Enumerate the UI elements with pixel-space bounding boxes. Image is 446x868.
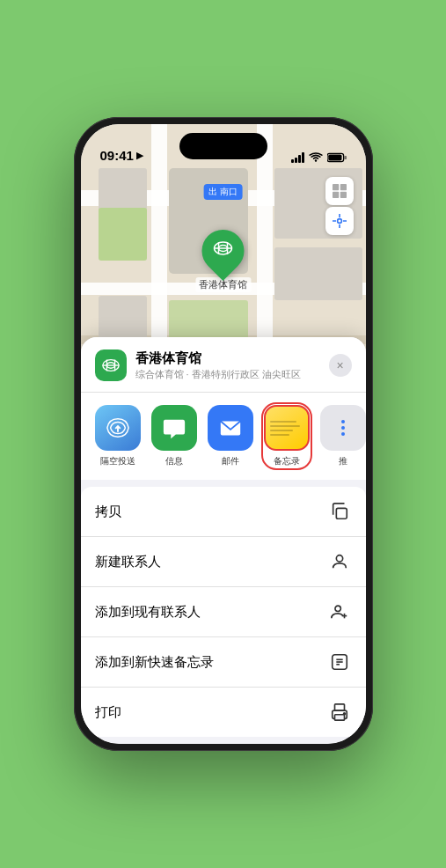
notes-lines-decoration	[266, 407, 308, 449]
share-row: 隔空投送 信息	[81, 393, 366, 480]
bottom-sheet: 香港体育馆 综合体育馆 · 香港特别行政区 油尖旺区 ×	[81, 337, 366, 744]
new-contact-icon	[327, 549, 352, 574]
location-active-icon: ▶	[136, 150, 143, 161]
svg-rect-36	[334, 715, 344, 720]
svg-rect-25	[336, 508, 347, 519]
svg-point-26	[336, 555, 342, 562]
location-description: 综合体育馆 · 香港特别行政区 油尖旺区	[135, 368, 320, 381]
battery-icon	[327, 152, 347, 163]
stadium-marker: 香港体育馆	[195, 230, 251, 292]
share-item-airdrop[interactable]: 隔空投送	[95, 405, 141, 467]
marker-pin	[194, 221, 253, 281]
wifi-icon	[309, 152, 323, 163]
more-icon	[320, 405, 366, 451]
svg-rect-12	[340, 192, 346, 198]
share-item-messages[interactable]: 信息	[151, 405, 197, 467]
notes-label: 备忘录	[274, 455, 300, 467]
svg-rect-9	[333, 184, 339, 190]
airdrop-label: 隔空投送	[100, 455, 135, 467]
svg-rect-34	[334, 704, 344, 710]
svg-point-37	[343, 713, 345, 715]
map-exit-label: 出 南口	[203, 184, 243, 200]
svg-point-13	[337, 219, 341, 224]
messages-label: 信息	[165, 455, 183, 467]
action-add-contact-label: 添加到现有联系人	[95, 604, 327, 621]
action-print-label: 打印	[95, 704, 327, 721]
svg-point-0	[314, 159, 316, 161]
phone-screen: 09:41 ▶	[81, 124, 366, 744]
mail-label: 邮件	[222, 455, 239, 467]
notes-icon	[264, 405, 310, 451]
svg-rect-2	[328, 155, 341, 161]
action-new-contact[interactable]: 新建联系人	[81, 537, 366, 587]
share-item-notes[interactable]: 备忘录	[264, 405, 310, 467]
svg-rect-3	[344, 156, 347, 159]
more-label: 推	[339, 455, 347, 467]
mail-icon	[208, 405, 253, 451]
location-name: 香港体育馆	[135, 350, 320, 367]
airdrop-icon	[95, 405, 141, 451]
action-copy[interactable]: 拷贝	[81, 487, 366, 537]
svg-rect-10	[340, 184, 346, 190]
add-notes-icon	[327, 650, 352, 674]
action-copy-label: 拷贝	[95, 504, 327, 520]
share-item-more[interactable]: 推	[320, 405, 366, 467]
status-time: 09:41	[100, 148, 134, 163]
action-add-notes-label: 添加到新快速备忘录	[95, 654, 327, 671]
action-new-contact-label: 新建联系人	[95, 554, 327, 570]
phone-frame: 09:41 ▶	[74, 117, 373, 751]
location-button[interactable]	[325, 207, 354, 235]
action-add-to-notes[interactable]: 添加到新快速备忘录	[81, 637, 366, 688]
status-icons	[291, 152, 347, 163]
location-header: 香港体育馆 综合体育馆 · 香港特别行政区 油尖旺区 ×	[81, 337, 366, 393]
close-button[interactable]: ×	[329, 354, 352, 377]
dynamic-island	[179, 133, 267, 159]
share-item-mail[interactable]: 邮件	[208, 405, 253, 467]
marker-pin-inner	[213, 238, 234, 264]
add-contact-icon	[327, 600, 352, 624]
messages-icon	[151, 405, 197, 451]
action-add-to-contact[interactable]: 添加到现有联系人	[81, 587, 366, 637]
map-controls[interactable]	[325, 177, 354, 235]
location-icon	[95, 349, 127, 381]
location-info: 香港体育馆 综合体育馆 · 香港特别行政区 油尖旺区	[135, 350, 320, 381]
signal-icon	[291, 152, 304, 163]
copy-icon	[327, 499, 352, 524]
print-icon	[327, 700, 352, 725]
action-print[interactable]: 打印	[81, 688, 366, 737]
action-list: 拷贝 新建联系人	[81, 487, 366, 737]
svg-point-27	[334, 606, 340, 611]
map-type-button[interactable]	[325, 177, 354, 205]
svg-rect-11	[333, 192, 339, 198]
